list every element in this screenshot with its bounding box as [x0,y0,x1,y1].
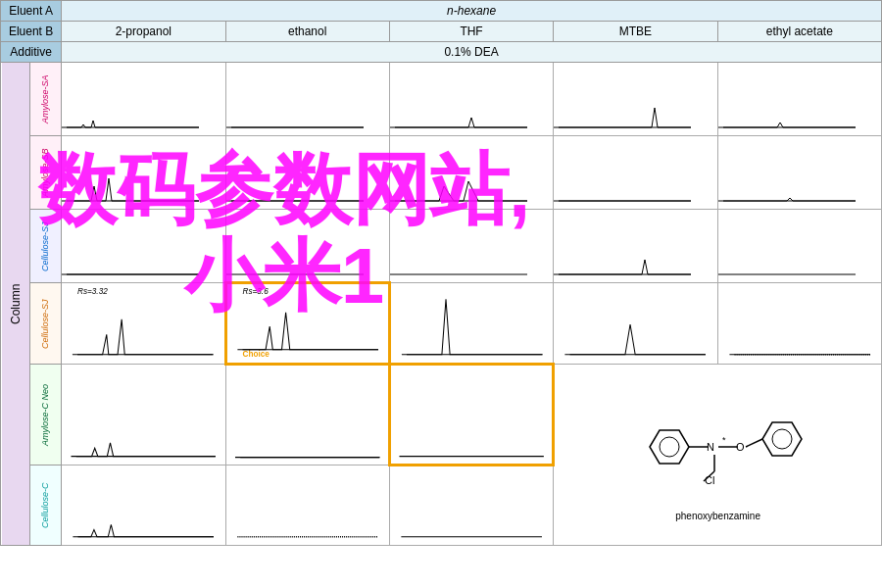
chart-cell [225,136,389,210]
chart-cell [389,210,553,283]
eluent-b-val-1: 2-propanol [62,22,225,42]
chart-cell [225,63,389,136]
svg-marker-26 [650,430,689,464]
molecule-structure-cell: N * O Cl p [554,365,882,546]
chart-cell [554,63,717,136]
eluent-a-row: Eluent A n-hexane [1,1,882,22]
row-amylose-sb: Amylose-SB [1,136,882,210]
chart-cell [389,466,553,546]
chart-cell [62,210,225,283]
additive-value: 0.1% DEA [62,42,882,63]
svg-text:*: * [722,435,726,445]
chart-cell [389,63,553,136]
chart-cell [554,210,717,283]
eluent-b-val-2: ethanol [225,22,389,42]
molecule-name: phenoxybenzamine [555,511,881,521]
svg-text:Rs=3.6: Rs=3.6 [242,287,269,296]
svg-text:Rs=3.32: Rs=3.32 [77,287,108,296]
svg-point-35 [772,429,792,449]
chart-cell [717,283,881,365]
column-label: Column [1,63,30,546]
row-label-cellulose-sj: Cellulose-SJ [29,210,62,283]
chart-cell [225,365,389,466]
chart-cell [225,210,389,283]
chart-cell [389,136,553,210]
svg-text:N: N [707,441,714,453]
eluent-b-val-5: ethyl acetate [717,22,881,42]
eluent-b-val-3: THF [389,22,553,42]
eluent-a-label: Eluent A [1,1,62,22]
row-label-cellulose-c: Cellulose-C [29,466,62,546]
additive-label: Additive [1,42,62,63]
screening-table: Eluent A n-hexane Eluent B 2-propanol et… [0,0,882,546]
additive-row: Additive 0.1% DEA [1,42,882,63]
chart-cell [62,365,225,466]
chart-cell [225,466,389,546]
chart-cell [62,63,225,136]
row-label-amylose-sa: Amylose-SA [29,63,62,136]
chart-cell [62,136,225,210]
chart-cell [717,63,881,136]
svg-text:O: O [736,441,745,453]
eluent-b-row: Eluent B 2-propanol ethanol THF MTBE eth… [1,22,882,42]
row-label-cellulose-sj2: Cellulose-SJ [29,283,62,365]
row-label-amylose-sb: Amylose-SB [29,136,62,210]
eluent-a-value: n-hexane [62,1,882,22]
chart-cell [554,136,717,210]
row-amylose-c: Amylose-C Neo [1,365,882,466]
chart-cell-empty-highlight [389,365,553,466]
svg-line-33 [746,439,762,447]
eluent-b-val-4: MTBE [554,22,717,42]
main-container: 数码参数网站,小米1 Eluent A n-hexane Eluent B 2-… [0,0,882,588]
row-amylose-sa: Column Amylose-SA [1,63,882,136]
row-cellulose-sj2: Cellulose-SJ Rs=3.32 Rs=3.6 Choice [1,283,882,365]
chart-cell [717,210,881,283]
chart-cell [554,283,717,365]
eluent-b-label: Eluent B [1,22,62,42]
chart-cell [389,283,553,365]
row-label-amylose-c: Amylose-C Neo [29,365,62,466]
svg-marker-34 [762,422,802,456]
svg-text:Choice: Choice [242,350,270,359]
svg-point-27 [660,437,679,457]
chart-cell-choice: Rs=3.6 Choice [225,283,389,365]
chart-cell [62,466,225,546]
chart-cell [717,136,881,210]
chart-cell-rs1: Rs=3.32 [62,283,225,365]
row-cellulose-sj1: Cellulose-SJ [1,210,882,283]
